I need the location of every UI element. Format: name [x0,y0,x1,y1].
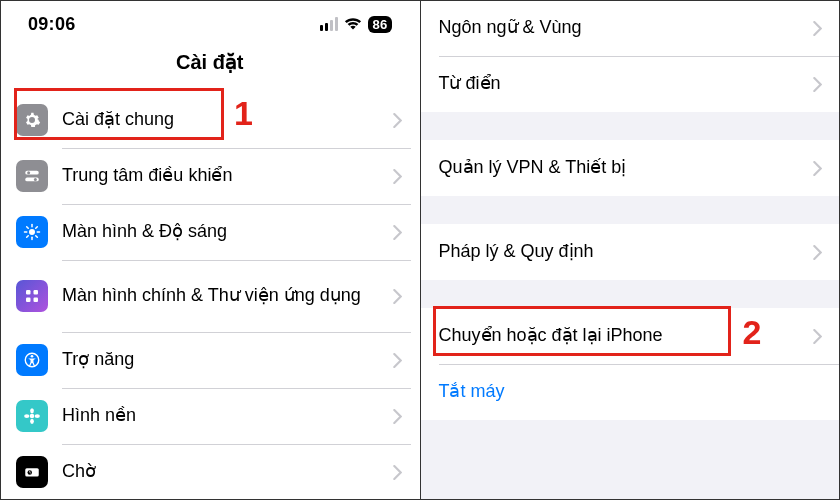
row-label: Hình nền [62,405,136,427]
svg-point-3 [34,178,37,181]
row-dictionary[interactable]: Từ điển [421,56,841,112]
svg-line-12 [36,227,38,229]
group-language: Ngôn ngữ & Vùng Từ điển [421,0,841,112]
svg-point-21 [30,419,34,424]
row-label: Pháp lý & Quy định [439,241,594,263]
toggles-icon [16,160,48,192]
settings-root-panel: 09:06 86 Cài đặt Cài đặt chung Trung tâm [0,0,421,500]
gear-icon [16,104,48,136]
chevron-right-icon [393,465,402,480]
row-label: Màn hình chính & Thư viện ứng dụng [62,285,361,307]
status-indicators: 86 [320,16,391,33]
svg-rect-16 [34,298,39,303]
status-bar: 09:06 86 [0,0,420,44]
row-label: Từ điển [439,73,501,95]
chevron-right-icon [813,245,822,260]
row-label: Trợ năng [62,349,134,371]
group-vpn: Quản lý VPN & Thiết bị [421,140,841,196]
chevron-right-icon [813,161,822,176]
row-shutdown[interactable]: Tắt máy [421,364,841,420]
svg-point-23 [35,414,40,418]
brightness-icon [16,216,48,248]
svg-point-4 [29,229,35,235]
chevron-right-icon [393,409,402,424]
row-label: Quản lý VPN & Thiết bị [439,157,627,179]
chevron-right-icon [393,289,402,304]
chevron-right-icon [393,353,402,368]
svg-point-20 [30,408,34,413]
row-transfer-reset[interactable]: Chuyển hoặc đặt lại iPhone [421,308,841,364]
apps-grid-icon [16,280,48,312]
cellular-icon [320,17,338,31]
row-vpn-device[interactable]: Quản lý VPN & Thiết bị [421,140,841,196]
svg-rect-14 [34,290,39,295]
group-legal: Pháp lý & Quy định [421,224,841,280]
row-label: Chuyển hoặc đặt lại iPhone [439,325,663,347]
svg-rect-13 [26,290,31,295]
row-home-screen[interactable]: Màn hình chính & Thư viện ứng dụng [0,260,420,332]
row-wallpaper[interactable]: Hình nền [0,388,420,444]
row-label: Màn hình & Độ sáng [62,221,227,243]
row-label: Cài đặt chung [62,109,174,131]
chevron-right-icon [813,77,822,92]
row-legal[interactable]: Pháp lý & Quy định [421,224,841,280]
annotation-number-1: 1 [234,94,253,133]
wifi-icon [344,17,362,31]
group-reset: Chuyển hoặc đặt lại iPhone Tắt máy [421,308,841,420]
row-language-region[interactable]: Ngôn ngữ & Vùng [421,0,841,56]
row-accessibility[interactable]: Trợ năng [0,332,420,388]
svg-rect-15 [26,298,31,303]
battery-icon: 86 [368,16,391,33]
svg-line-11 [27,236,29,238]
svg-point-22 [24,414,29,418]
row-general[interactable]: Cài đặt chung [0,92,420,148]
svg-line-9 [27,227,29,229]
chevron-right-icon [393,113,402,128]
row-label: Trung tâm điều khiển [62,165,232,187]
svg-point-2 [27,171,30,174]
row-display[interactable]: Màn hình & Độ sáng [0,204,420,260]
chevron-right-icon [813,21,822,36]
row-label: Chờ [62,461,96,483]
flower-icon [16,400,48,432]
row-control-center[interactable]: Trung tâm điều khiển [0,148,420,204]
accessibility-icon [16,344,48,376]
chevron-right-icon [393,169,402,184]
chevron-right-icon [393,225,402,240]
settings-group: Cài đặt chung Trung tâm điều khiển Màn h… [0,92,420,500]
chevron-right-icon [813,329,822,344]
svg-point-19 [30,414,35,419]
page-title: Cài đặt [0,44,420,92]
row-label: Ngôn ngữ & Vùng [439,17,582,39]
status-time: 09:06 [28,14,76,35]
row-label: Tắt máy [439,381,505,403]
row-standby[interactable]: Chờ [0,444,420,500]
general-settings-panel: Ngôn ngữ & Vùng Từ điển Quản lý VPN & Th… [421,0,841,500]
svg-line-10 [36,236,38,238]
clock-icon [16,456,48,488]
svg-point-18 [31,355,34,358]
annotation-number-2: 2 [743,313,762,352]
